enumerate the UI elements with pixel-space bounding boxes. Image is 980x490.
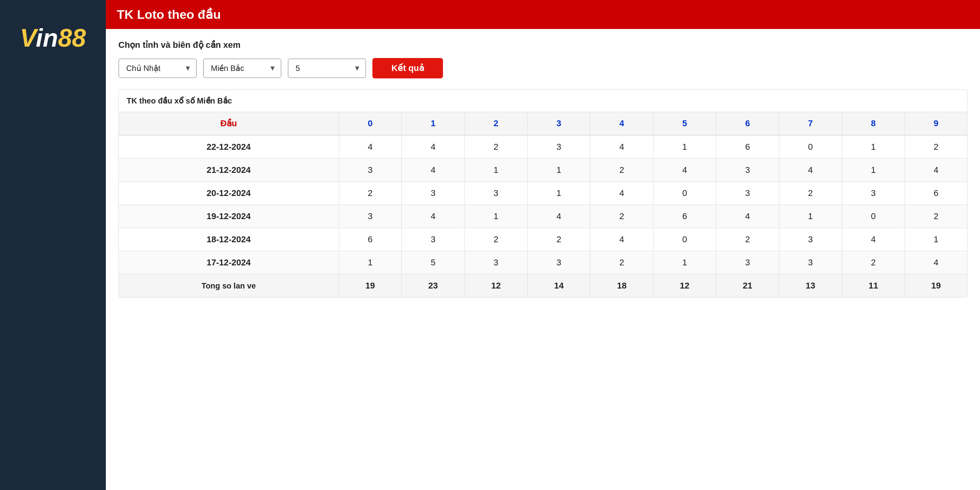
col-2-header: 2 [465,112,527,135]
value-cell-5: 0 [653,228,716,251]
table-row: 22-12-20244423416012 [119,135,967,159]
value-cell-6: 3 [716,159,779,182]
value-cell-6: 3 [716,251,779,274]
value-cell-5: 1 [653,135,716,159]
value-cell-9: 4 [905,251,967,274]
value-cell-3: 3 [527,251,590,274]
value-cell-7: 3 [779,251,842,274]
table-header-row: Đầu 0 1 2 3 4 5 6 7 8 9 [119,112,967,135]
table-row: 18-12-20246322402341 [119,228,967,251]
value-cell-2: 2 [465,228,527,251]
value-cell-2: 3 [465,182,527,205]
table-row: 21-12-20243411243414 [119,159,967,182]
total-cell-6: 21 [716,274,779,298]
date-cell: 17-12-2024 [119,251,339,274]
value-cell-9: 6 [905,182,967,205]
day-select-wrapper: Thứ Hai Thứ Ba Thứ Tư Thứ Năm Thứ Sáu Th… [118,58,197,78]
filter-row: Thứ Hai Thứ Ba Thứ Tư Thứ Năm Thứ Sáu Th… [118,58,967,78]
col-dau-header: Đầu [119,112,339,135]
table-row: 17-12-20241533213324 [119,251,967,274]
total-cell-4: 18 [590,274,653,298]
value-cell-9: 2 [905,205,967,228]
value-cell-1: 3 [402,228,465,251]
logo-88: 88 [58,24,86,52]
content-area: Chọn tỉnh và biên độ cần xem Thứ Hai Thứ… [106,29,980,309]
date-cell: 22-12-2024 [119,135,339,159]
date-cell: 19-12-2024 [119,205,339,228]
value-cell-1: 5 [402,251,465,274]
region-select[interactable]: Miền Bắc Miền Nam Miền Trung [203,58,281,78]
value-cell-1: 4 [402,159,465,182]
value-cell-2: 1 [465,159,527,182]
value-cell-8: 3 [842,182,905,205]
value-cell-3: 3 [527,135,590,159]
value-cell-4: 2 [590,251,653,274]
page-header: TK Loto theo đầu [106,0,980,29]
count-select[interactable]: 3 5 7 10 [288,58,366,78]
logo-in: in [36,24,58,52]
count-select-wrapper: 3 5 7 10 ▼ [288,58,366,78]
total-cell-8: 11 [842,274,905,298]
value-cell-4: 2 [590,205,653,228]
total-cell-2: 12 [465,274,527,298]
value-cell-3: 4 [527,205,590,228]
total-label: Tong so lan ve [119,274,339,298]
value-cell-0: 3 [339,159,401,182]
main-content: TK Loto theo đầu Chọn tỉnh và biên độ cầ… [106,0,980,490]
col-5-header: 5 [653,112,716,135]
col-6-header: 6 [716,112,779,135]
region-select-wrapper: Miền Bắc Miền Nam Miền Trung ▼ [203,58,281,78]
sidebar: Vin88 [0,0,106,490]
value-cell-0: 3 [339,205,401,228]
logo: Vin88 [20,24,86,53]
value-cell-3: 1 [527,159,590,182]
total-cell-9: 19 [905,274,967,298]
total-cell-1: 23 [402,274,465,298]
table-section: TK theo đầu xổ số Miền Bắc Đầu 0 1 2 3 4… [118,89,967,298]
total-cell-7: 13 [779,274,842,298]
col-1-header: 1 [402,112,465,135]
value-cell-5: 6 [653,205,716,228]
value-cell-2: 1 [465,205,527,228]
value-cell-4: 4 [590,135,653,159]
value-cell-0: 1 [339,251,401,274]
value-cell-2: 2 [465,135,527,159]
value-cell-1: 4 [402,135,465,159]
value-cell-4: 2 [590,159,653,182]
value-cell-7: 2 [779,182,842,205]
value-cell-5: 4 [653,159,716,182]
col-0-header: 0 [339,112,401,135]
value-cell-0: 4 [339,135,401,159]
value-cell-0: 6 [339,228,401,251]
value-cell-9: 2 [905,135,967,159]
logo-v: V [20,24,36,52]
col-4-header: 4 [590,112,653,135]
col-8-header: 8 [842,112,905,135]
value-cell-5: 0 [653,182,716,205]
value-cell-8: 1 [842,135,905,159]
value-cell-3: 2 [527,228,590,251]
result-button[interactable]: Kết quả [372,58,443,78]
value-cell-2: 3 [465,251,527,274]
value-cell-1: 3 [402,182,465,205]
filter-label: Chọn tỉnh và biên độ cần xem [118,40,967,50]
col-3-header: 3 [527,112,590,135]
value-cell-5: 1 [653,251,716,274]
total-cell-0: 19 [339,274,401,298]
value-cell-6: 2 [716,228,779,251]
value-cell-7: 0 [779,135,842,159]
table-subtitle: TK theo đầu xổ số Miền Bắc [119,90,967,112]
value-cell-4: 4 [590,182,653,205]
value-cell-7: 3 [779,228,842,251]
total-cell-3: 14 [527,274,590,298]
day-select[interactable]: Thứ Hai Thứ Ba Thứ Tư Thứ Năm Thứ Sáu Th… [118,58,197,78]
value-cell-7: 4 [779,159,842,182]
value-cell-9: 4 [905,159,967,182]
value-cell-6: 3 [716,182,779,205]
total-cell-5: 12 [653,274,716,298]
table-row: 19-12-20243414264102 [119,205,967,228]
date-cell: 21-12-2024 [119,159,339,182]
value-cell-8: 4 [842,228,905,251]
value-cell-4: 4 [590,228,653,251]
loto-table: Đầu 0 1 2 3 4 5 6 7 8 9 22-12-2024442341… [119,112,967,297]
